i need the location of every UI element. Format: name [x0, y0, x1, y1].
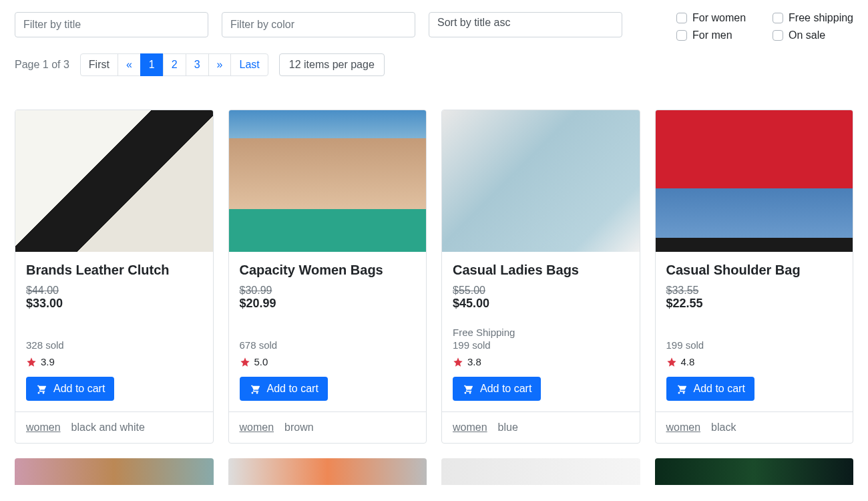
page-first[interactable]: First: [80, 53, 118, 76]
product-title: Casual Shoulder Bag: [666, 263, 843, 278]
rating-value: 5.0: [254, 356, 268, 367]
filters-row: Sort by title asc For women For men Free…: [15, 12, 853, 41]
page-prev[interactable]: «: [118, 53, 141, 76]
product-price-new: $22.55: [666, 297, 843, 311]
product-title: Capacity Women Bags: [240, 263, 416, 278]
product-image[interactable]: [656, 110, 853, 252]
product-color: blue: [498, 422, 518, 434]
product-card: Capacity Women Bags $30.99 $20.99 678 so…: [228, 110, 427, 444]
product-sold: 199 sold: [453, 339, 629, 351]
rating-value: 3.8: [467, 356, 481, 367]
page-next[interactable]: »: [208, 53, 232, 76]
page-3[interactable]: 3: [186, 53, 209, 76]
per-page-select[interactable]: 12 items per page: [279, 53, 385, 76]
star-icon: [666, 357, 677, 367]
product-tag[interactable]: women: [240, 422, 274, 434]
product-rating: 4.8: [666, 356, 843, 367]
filter-title-input[interactable]: [15, 12, 208, 37]
product-image[interactable]: [442, 110, 640, 252]
star-icon: [453, 357, 463, 367]
checkbox-free-shipping[interactable]: Free shipping: [773, 12, 853, 24]
product-price-old: $30.99: [240, 285, 416, 297]
product-tag[interactable]: women: [453, 422, 487, 434]
add-to-cart-button[interactable]: Add to cart: [666, 377, 754, 401]
product-price-old: $33.55: [666, 285, 843, 297]
product-sold: 328 sold: [26, 339, 202, 351]
add-to-cart-label: Add to cart: [480, 383, 531, 395]
product-image[interactable]: [441, 458, 640, 485]
checkbox-label: For men: [692, 29, 732, 41]
filter-color-input[interactable]: [222, 12, 415, 37]
product-sold: 678 sold: [240, 339, 416, 351]
product-tag[interactable]: women: [26, 422, 61, 434]
checkbox-icon: [676, 13, 687, 23]
add-to-cart-label: Add to cart: [53, 383, 105, 395]
product-tag[interactable]: women: [666, 422, 701, 434]
product-price-new: $33.00: [26, 297, 202, 311]
product-footer: women black and white: [15, 411, 213, 443]
product-rating: 5.0: [240, 356, 416, 367]
rating-value: 4.8: [681, 356, 695, 367]
product-card: Casual Ladies Bags $55.00 $45.00 Free Sh…: [441, 110, 640, 444]
page-last[interactable]: Last: [230, 53, 268, 76]
product-image[interactable]: [15, 458, 214, 485]
filter-checkboxes: For women For men Free shipping On sale: [676, 12, 853, 41]
cart-icon: [676, 383, 687, 395]
checkbox-label: On sale: [789, 29, 825, 41]
product-rating: 3.8: [453, 356, 629, 367]
star-icon: [26, 357, 37, 367]
add-to-cart-button[interactable]: Add to cart: [26, 377, 114, 401]
sort-select[interactable]: Sort by title asc: [429, 12, 622, 37]
product-color: brown: [284, 422, 314, 434]
add-to-cart-label: Add to cart: [267, 383, 318, 395]
cart-icon: [249, 383, 260, 395]
product-grid-row-2: [15, 458, 853, 485]
product-footer: women black: [656, 411, 853, 443]
checkbox-label: Free shipping: [789, 12, 853, 24]
product-image[interactable]: [229, 110, 427, 252]
product-color: black and white: [71, 422, 145, 434]
checkbox-icon: [773, 30, 783, 41]
page-info: Page 1 of 3: [15, 59, 69, 71]
page-2[interactable]: 2: [163, 53, 186, 76]
product-footer: women brown: [229, 411, 427, 443]
product-rating: 3.9: [26, 356, 202, 367]
product-card: Brands Leather Clutch $44.00 $33.00 328 …: [15, 110, 214, 444]
pagination: First « 1 2 3 » Last: [80, 53, 268, 76]
checkbox-for-men[interactable]: For men: [676, 29, 746, 41]
product-image[interactable]: [655, 458, 854, 485]
product-color: black: [711, 422, 736, 434]
pagination-row: Page 1 of 3 First « 1 2 3 » Last 12 item…: [15, 53, 853, 76]
checkbox-on-sale[interactable]: On sale: [773, 29, 853, 41]
product-footer: women blue: [442, 411, 640, 443]
product-price-new: $45.00: [453, 297, 629, 311]
rating-value: 3.9: [41, 356, 55, 367]
product-sold: 199 sold: [666, 339, 843, 351]
add-to-cart-label: Add to cart: [694, 383, 745, 395]
add-to-cart-button[interactable]: Add to cart: [240, 377, 328, 401]
product-title: Casual Ladies Bags: [453, 263, 629, 278]
product-title: Brands Leather Clutch: [26, 263, 202, 278]
product-price-new: $20.99: [240, 297, 416, 311]
star-icon: [240, 357, 250, 367]
checkbox-label: For women: [692, 12, 746, 24]
page-1[interactable]: 1: [140, 53, 164, 76]
checkbox-for-women[interactable]: For women: [676, 12, 746, 24]
product-grid: Brands Leather Clutch $44.00 $33.00 328 …: [15, 110, 853, 444]
cart-icon: [35, 383, 47, 395]
product-shipping: Free Shipping: [453, 327, 629, 338]
add-to-cart-button[interactable]: Add to cart: [453, 377, 541, 401]
checkbox-icon: [676, 30, 687, 41]
cart-icon: [462, 383, 473, 395]
product-image[interactable]: [228, 458, 427, 485]
product-image[interactable]: [15, 110, 213, 252]
checkbox-icon: [773, 13, 783, 23]
product-price-old: $44.00: [26, 285, 202, 297]
product-price-old: $55.00: [453, 285, 629, 297]
product-card: Casual Shoulder Bag $33.55 $22.55 199 so…: [655, 110, 854, 444]
